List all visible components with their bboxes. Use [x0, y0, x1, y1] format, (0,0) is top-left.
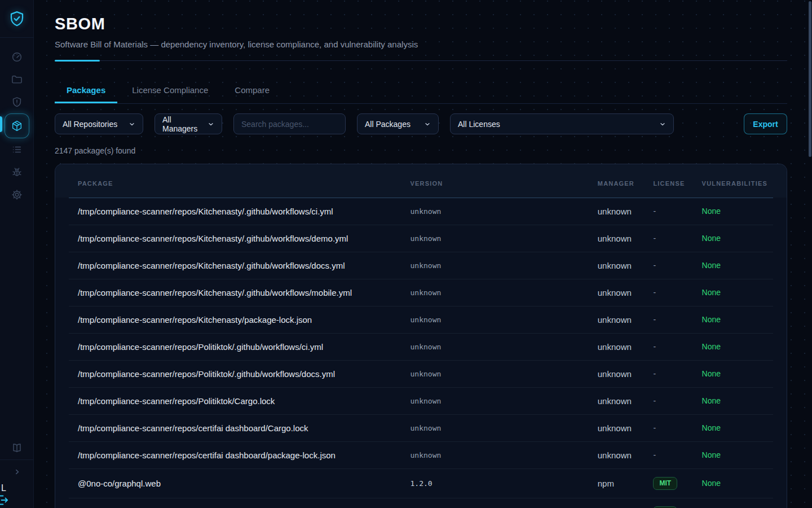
list-icon	[11, 143, 23, 156]
cell-package: /tmp/compliance-scanner/repos/Politiktok…	[69, 387, 401, 414]
licenses-select[interactable]: All Licenses	[450, 113, 674, 134]
sidebar-item-docs[interactable]	[5, 437, 29, 459]
active-nav-indicator	[0, 116, 2, 132]
cell-vulnerabilities: None	[693, 279, 773, 306]
export-button[interactable]: Export	[744, 113, 787, 134]
rule-accent	[55, 60, 100, 62]
sidebar-collapse-button[interactable]	[5, 461, 29, 483]
cell-vulnerabilities: None	[693, 306, 773, 333]
cell-manager: unknown	[589, 360, 645, 387]
chevron-down-icon	[659, 121, 666, 128]
cell-manager: unknown	[589, 306, 645, 333]
cell-package: /tmp/compliance-scanner/repos/Kitchenast…	[69, 198, 401, 225]
table-row: @alloc/quick-lru 5.2.0 npm MIT None	[69, 498, 773, 508]
cell-license: -	[644, 441, 692, 468]
vertical-scrollbar[interactable]	[809, 1, 811, 157]
table-row: /tmp/compliance-scanner/repos/Kitchenast…	[69, 306, 773, 333]
license-badge: MIT	[653, 477, 677, 490]
column-header-version: VERSION	[401, 164, 589, 198]
tabs: PackagesLicense ComplianceCompare	[55, 79, 787, 104]
packages-table-card: PACKAGE VERSION MANAGER LICENSE VULNERAB…	[55, 164, 787, 508]
cell-version: unknown	[401, 360, 589, 387]
sidebar-item-repositories[interactable]	[5, 68, 29, 91]
sidebar-item-policies[interactable]	[5, 138, 29, 161]
bug-icon	[11, 166, 23, 178]
cell-version: unknown	[401, 333, 589, 360]
cell-license: -	[644, 387, 692, 414]
cell-manager: unknown	[589, 441, 645, 468]
cell-version: unknown	[401, 198, 589, 225]
cell-manager: npm	[589, 468, 645, 498]
app-logo[interactable]	[0, 0, 34, 38]
sidebar-item-dashboard[interactable]	[5, 46, 29, 68]
cell-manager: unknown	[589, 279, 645, 306]
packages-select-value: All Packages	[365, 120, 411, 129]
filter-bar: All Repositories All Managers All Packag…	[55, 113, 787, 134]
table-row: /tmp/compliance-scanner/repos/certifai d…	[69, 441, 773, 468]
sidebar-item-vulnerabilities[interactable]	[5, 91, 29, 113]
cell-package: /tmp/compliance-scanner/repos/Kitchenast…	[69, 225, 401, 252]
cell-license: -	[644, 225, 692, 252]
table-row: /tmp/compliance-scanner/repos/Politiktok…	[69, 333, 773, 360]
repositories-select-value: All Repositories	[63, 120, 117, 129]
cell-vulnerabilities: None	[693, 414, 773, 441]
sidebar-item-issues[interactable]	[5, 161, 29, 183]
cell-vulnerabilities: None	[693, 252, 773, 279]
shield-check-icon	[8, 10, 25, 27]
cell-package: /tmp/compliance-scanner/repos/Kitchenast…	[69, 306, 401, 333]
rule-line	[55, 60, 787, 61]
sidebar	[0, 0, 34, 508]
cell-package: /tmp/compliance-scanner/repos/certifai d…	[69, 441, 401, 468]
cell-license: -	[644, 360, 692, 387]
tab-compare[interactable]: Compare	[223, 79, 281, 103]
cell-manager: unknown	[589, 333, 645, 360]
cell-vulnerabilities: None	[693, 387, 773, 414]
sidebar-item-settings[interactable]	[5, 183, 29, 206]
table-row: /tmp/compliance-scanner/repos/Politiktok…	[69, 387, 773, 414]
cell-version: unknown	[401, 225, 589, 252]
sidebar-item-sbom[interactable]	[5, 113, 29, 138]
tab-license-compliance[interactable]: License Compliance	[120, 79, 220, 103]
cell-version: unknown	[401, 306, 589, 333]
page-subtitle: Software Bill of Materials — dependency …	[55, 40, 787, 49]
search-input[interactable]	[233, 113, 346, 134]
logout-icon[interactable]	[0, 493, 10, 507]
cell-license: -	[644, 252, 692, 279]
chevron-right-icon	[11, 466, 23, 478]
cell-manager: unknown	[589, 387, 645, 414]
cell-version: unknown	[401, 414, 589, 441]
cell-license: -	[644, 414, 692, 441]
sidebar-nav	[0, 46, 33, 206]
chevron-down-icon	[424, 121, 431, 128]
folder-icon	[11, 73, 23, 86]
managers-select-value: All Managers	[162, 115, 203, 133]
managers-select[interactable]: All Managers	[155, 113, 222, 134]
cell-package: @alloc/quick-lru	[69, 498, 401, 508]
column-header-license: LICENSE	[644, 164, 692, 198]
main-content: SBOM Software Bill of Materials — depend…	[34, 0, 812, 508]
repositories-select[interactable]: All Repositories	[55, 113, 143, 134]
cell-manager: unknown	[589, 252, 645, 279]
packages-table: PACKAGE VERSION MANAGER LICENSE VULNERAB…	[69, 164, 773, 508]
gear-icon	[11, 189, 23, 201]
shield-alert-icon	[11, 96, 23, 108]
table-row: /tmp/compliance-scanner/repos/Kitchenast…	[69, 225, 773, 252]
packages-select[interactable]: All Packages	[357, 113, 439, 134]
cell-vulnerabilities: None	[693, 441, 773, 468]
cell-manager: npm	[589, 498, 645, 508]
cell-version: unknown	[401, 279, 589, 306]
cell-package: /tmp/compliance-scanner/repos/Kitchenast…	[69, 252, 401, 279]
table-body: /tmp/compliance-scanner/repos/Kitchenast…	[69, 198, 773, 508]
cell-license: -	[644, 306, 692, 333]
cell-package: /tmp/compliance-scanner/repos/certifai d…	[69, 414, 401, 441]
license-badge: MIT	[653, 506, 677, 508]
divider	[0, 459, 34, 460]
header-rule	[55, 60, 787, 62]
tab-packages[interactable]: Packages	[55, 79, 117, 103]
gauge-icon	[11, 51, 23, 63]
table-row: /tmp/compliance-scanner/repos/Kitchenast…	[69, 279, 773, 306]
cell-package: @0no-co/graphql.web	[69, 468, 401, 498]
column-header-vulnerabilities: VULNERABILITIES	[693, 164, 773, 198]
cell-package: /tmp/compliance-scanner/repos/Politiktok…	[69, 360, 401, 387]
cell-license: MIT	[644, 468, 692, 498]
